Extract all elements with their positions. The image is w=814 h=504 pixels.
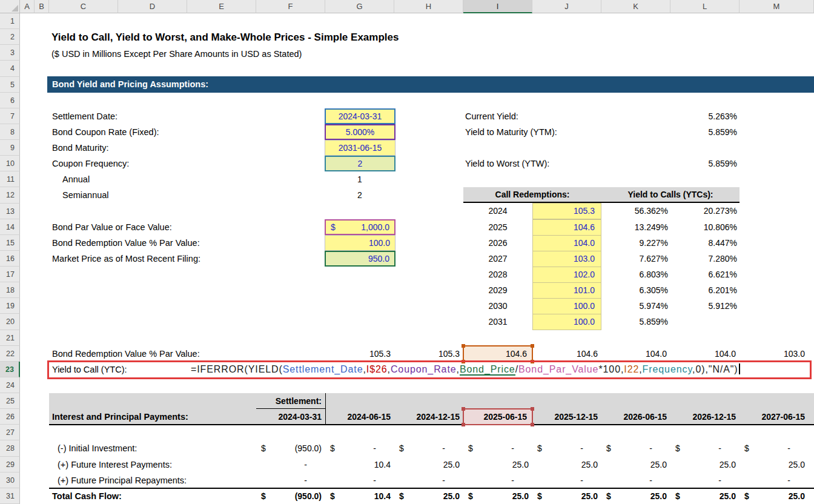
row-header-6[interactable]: 6 [0, 93, 20, 108]
selection-handle[interactable] [462, 407, 465, 411]
call-ytc1-2025[interactable]: 13.249% [601, 219, 670, 235]
redemption-cell-l22[interactable]: 104.0 [670, 346, 740, 362]
maturity-cell[interactable]: 2031-06-15 [325, 140, 395, 156]
row-header-7[interactable]: 7 [0, 108, 20, 124]
future-principal-value-1[interactable]: - [325, 472, 394, 488]
future-interest-value-7[interactable]: 25.0 [740, 457, 809, 472]
row-header-23[interactable]: 23 [0, 362, 20, 377]
call-year-2024[interactable]: 2024 [463, 203, 532, 219]
redemption-cell-j22[interactable]: 104.6 [532, 346, 601, 362]
row-header-12[interactable]: 12 [0, 187, 20, 204]
row-header-13[interactable]: 13 [0, 204, 20, 219]
column-header-I[interactable]: I [463, 0, 532, 13]
row-header-18[interactable]: 18 [0, 282, 20, 298]
row-header-21[interactable]: 21 [0, 330, 20, 346]
call-ytc2-2030[interactable]: 5.912% [670, 298, 740, 314]
row-header-14[interactable]: 14 [0, 219, 20, 235]
annual-value[interactable]: 1 [325, 171, 394, 187]
settlement-date-cell[interactable]: 2024-03-31 [325, 108, 395, 124]
call-year-2031[interactable]: 2031 [463, 314, 532, 330]
call-ytc2-2029[interactable]: 6.201% [670, 282, 740, 298]
row-header-1[interactable]: 1 [0, 13, 20, 29]
future-principal-value-0[interactable]: - [256, 472, 325, 488]
column-header-M[interactable]: M [740, 0, 814, 13]
call-year-2027[interactable]: 2027 [463, 251, 532, 267]
initial-investment-value-2[interactable]: - [394, 440, 463, 456]
future-interest-value-4[interactable]: 25.0 [532, 457, 601, 472]
row-header-19[interactable]: 19 [0, 298, 20, 314]
call-ytc1-2030[interactable]: 5.974% [601, 298, 670, 314]
future-interest-value-1[interactable]: 10.4 [325, 457, 394, 472]
row-header-20[interactable]: 20 [0, 314, 20, 330]
call-redemption-2027[interactable]: 103.0 [532, 251, 601, 267]
redemption-pct-cell[interactable]: 100.0 [325, 235, 395, 251]
call-ytc1-2031[interactable]: 5.859% [601, 314, 670, 330]
future-interest-value-6[interactable]: 25.0 [670, 457, 740, 472]
ytm-value[interactable]: 5.859% [670, 124, 740, 140]
cf-date-m26[interactable]: 2027-06-15 [740, 409, 809, 425]
call-ytc1-2026[interactable]: 9.227% [601, 235, 670, 251]
column-header-L[interactable]: L [670, 0, 740, 13]
par-value-cell[interactable]: $ 1,000.0 [325, 219, 395, 235]
cf-date-g26[interactable]: 2024-06-15 [325, 409, 394, 425]
row-header-29[interactable]: 29 [0, 457, 20, 472]
total-cash-flow-value-6[interactable]: 25.0 [670, 488, 740, 504]
column-header-J[interactable]: J [532, 0, 601, 13]
call-year-2028[interactable]: 2028 [463, 267, 532, 282]
call-redemption-2031[interactable]: 100.0 [532, 314, 601, 330]
row-header-5[interactable]: 5 [0, 77, 20, 93]
future-principal-value-3[interactable]: - [463, 472, 532, 488]
initial-investment-value-1[interactable]: - [325, 440, 394, 456]
call-year-2025[interactable]: 2025 [463, 219, 532, 235]
call-redemption-2030[interactable]: 100.0 [532, 298, 601, 314]
row-header-9[interactable]: 9 [0, 140, 20, 156]
row-header-16[interactable]: 16 [0, 251, 20, 267]
row-header-10[interactable]: 10 [0, 156, 20, 171]
column-header-K[interactable]: K [601, 0, 670, 13]
call-ytc1-2024[interactable]: 56.362% [601, 203, 670, 219]
call-ytc2-2026[interactable]: 8.447% [670, 235, 740, 251]
row-header-31[interactable]: 31 [0, 488, 20, 504]
call-redemption-2026[interactable]: 104.0 [532, 235, 601, 251]
row-header-24[interactable]: 24 [0, 377, 20, 393]
row-header-28[interactable]: 28 [0, 440, 20, 457]
row-header-2[interactable]: 2 [0, 29, 20, 45]
initial-investment-value-0[interactable]: (950.0) [256, 440, 325, 456]
selected-range-i26[interactable]: 2025-06-15 [463, 408, 533, 425]
cf-date-l26[interactable]: 2026-12-15 [670, 409, 740, 425]
call-redemption-2025[interactable]: 104.6 [532, 219, 601, 236]
total-cash-flow-value-3[interactable]: 25.0 [463, 488, 532, 504]
cf-date-j26[interactable]: 2025-12-15 [532, 409, 601, 425]
selected-range-i22[interactable]: 104.6 [463, 345, 533, 362]
redemption-cell-g22[interactable]: 105.3 [325, 346, 394, 362]
call-ytc2-2025[interactable]: 10.806% [670, 219, 740, 235]
call-redemption-2028[interactable]: 102.0 [532, 267, 601, 283]
redemption-cell-k22[interactable]: 104.0 [601, 346, 670, 362]
initial-investment-value-6[interactable]: - [670, 440, 740, 456]
total-cash-flow-value-5[interactable]: 25.0 [601, 488, 670, 504]
future-principal-value-7[interactable]: - [740, 472, 809, 488]
call-ytc2-2024[interactable]: 20.273% [670, 203, 740, 219]
cf-date-f26[interactable]: 2024-03-31 [256, 409, 325, 425]
future-interest-value-0[interactable]: - [256, 457, 325, 472]
total-cash-flow-value-0[interactable]: (950.0) [256, 488, 325, 504]
total-cash-flow-value-7[interactable]: 25.0 [740, 488, 809, 504]
total-cash-flow-value-4[interactable]: 25.0 [532, 488, 601, 504]
market-price-cell[interactable]: 950.0 [325, 251, 395, 267]
future-interest-value-3[interactable]: 25.0 [463, 457, 532, 472]
future-principal-value-5[interactable]: - [601, 472, 670, 488]
future-principal-value-6[interactable]: - [670, 472, 740, 488]
column-header-H[interactable]: H [394, 0, 463, 13]
semiannual-value[interactable]: 2 [325, 187, 394, 203]
selection-handle[interactable] [462, 344, 465, 348]
cf-date-h26[interactable]: 2024-12-15 [394, 409, 463, 425]
selection-handle[interactable] [462, 423, 465, 426]
formula-editor[interactable]: =IFERROR(YIELD(Settlement_Date,I$26,Coup… [191, 362, 740, 377]
call-ytc2-2027[interactable]: 7.280% [670, 251, 740, 267]
column-header-C[interactable]: C [49, 0, 118, 13]
row-header-22[interactable]: 22 [0, 346, 20, 362]
cf-date-k26[interactable]: 2026-06-15 [601, 409, 670, 425]
initial-investment-value-3[interactable]: - [463, 440, 532, 456]
row-header-11[interactable]: 11 [0, 171, 20, 187]
row-header-27[interactable]: 27 [0, 425, 20, 440]
